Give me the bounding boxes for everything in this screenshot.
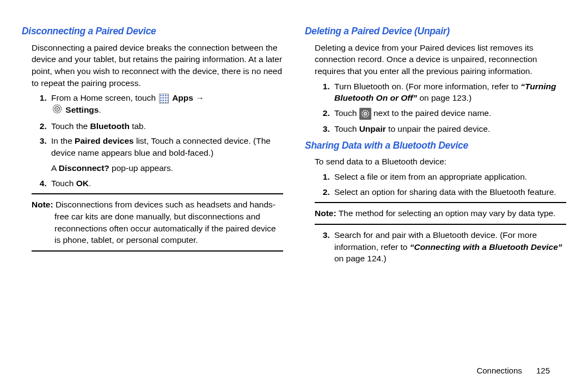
del3-pre: Touch	[334, 124, 359, 133]
step-4: Touch OK.	[49, 177, 283, 189]
del-step-2: Touch next to the paired device name.	[332, 107, 566, 120]
step3-bold: Paired devices	[75, 136, 134, 145]
step2-bold: Bluetooth	[90, 121, 130, 131]
step4-pre: Touch	[51, 179, 76, 188]
del3-bold: Unpair	[359, 124, 386, 133]
del2-pre: Touch	[334, 108, 359, 118]
del-step-1: Turn Bluetooth on. (For more information…	[332, 81, 566, 104]
arrow-icon: →	[195, 93, 204, 102]
left-column: Disconnecting a Paired Device Disconnect…	[22, 22, 283, 359]
page-footer: Connections 125	[22, 365, 566, 376]
step1-pre: From a Home screen, touch	[51, 93, 158, 102]
right-column: Deleting a Paired Device (Unpair) Deleti…	[305, 22, 566, 359]
disconnecting-intro: Disconnecting a paired device breaks the…	[22, 42, 283, 89]
step4-post: .	[89, 179, 91, 188]
sharing-steps-cont: Search for and pair with a Bluetooth dev…	[305, 229, 566, 265]
step3-after: A Disconnect? pop-up appears.	[51, 162, 283, 174]
footer-page-number: 125	[536, 366, 550, 375]
del1-post: on page 123.)	[417, 93, 471, 102]
heading-disconnecting: Disconnecting a Paired Device	[22, 24, 262, 39]
divider	[32, 250, 283, 252]
step-2: Touch the Bluetooth tab.	[49, 120, 283, 132]
note-text: Disconnections from devices such as head…	[53, 200, 276, 244]
share-step-2: Select an option for sharing data with t…	[332, 186, 566, 198]
del1-pre: Turn Bluetooth on. (For more information…	[334, 82, 520, 91]
share-step-3: Search for and pair with a Bluetooth dev…	[332, 229, 566, 265]
share3-post: on page 124.)	[334, 254, 387, 263]
share-step-1: Select a file or item from an appropriat…	[332, 171, 566, 183]
step1-settings: Settings	[65, 105, 99, 114]
divider	[315, 202, 566, 203]
del2-post: next to the paired device name.	[371, 108, 492, 118]
step1-apps: Apps	[172, 93, 193, 102]
deleting-steps: Turn Bluetooth on. (For more information…	[305, 81, 566, 135]
step3-after-pre: A	[51, 163, 59, 173]
step3-after-bold: Disconnect?	[59, 163, 109, 173]
svg-point-4	[364, 113, 366, 115]
apps-grid-icon	[159, 94, 169, 103]
note-disconnections: Note: Disconnections from devices such a…	[22, 199, 283, 246]
footer-chapter: Connections	[476, 366, 522, 375]
note-label: Note:	[32, 200, 53, 209]
sharing-intro: To send data to a Bluetooth device:	[305, 156, 566, 168]
del3-post: to unpair the paired device.	[386, 124, 490, 133]
settings-gear-icon	[52, 104, 62, 117]
share3-ref: “Connecting with a Bluetooth Device”	[410, 242, 562, 252]
step3-after-post: pop-up appears.	[109, 163, 173, 173]
del-step-3: Touch Unpair to unpair the paired device…	[332, 123, 566, 135]
step2-post: tab.	[130, 121, 146, 131]
step3-pre: In the	[51, 136, 75, 145]
step-1: From a Home screen, touch Apps → Setting…	[49, 92, 283, 117]
settings-gear-box-icon	[359, 108, 371, 120]
note2-label: Note:	[315, 209, 336, 218]
share2-text: Select an option for sharing data with t…	[334, 187, 556, 197]
share1-text: Select a file or item from an appropriat…	[334, 172, 527, 181]
note2-text: The method for selecting an option may v…	[336, 209, 556, 218]
deleting-intro: Deleting a device from your Paired devic…	[305, 42, 566, 77]
page-body: Disconnecting a Paired Device Disconnect…	[22, 22, 566, 359]
heading-sharing: Sharing Data with a Bluetooth Device	[305, 138, 546, 153]
step-3: In the Paired devices list, Touch a conn…	[49, 135, 283, 174]
step2-pre: Touch the	[51, 121, 90, 131]
heading-deleting: Deleting a Paired Device (Unpair)	[305, 24, 546, 39]
step4-bold: OK	[76, 179, 89, 188]
divider	[315, 224, 566, 225]
note-method: Note: The method for selecting an option…	[305, 207, 566, 219]
disconnecting-steps: From a Home screen, touch Apps → Setting…	[22, 92, 283, 189]
svg-point-3	[362, 111, 369, 117]
sharing-steps: Select a file or item from an appropriat…	[305, 171, 566, 198]
divider	[32, 193, 283, 194]
svg-point-2	[57, 108, 58, 110]
